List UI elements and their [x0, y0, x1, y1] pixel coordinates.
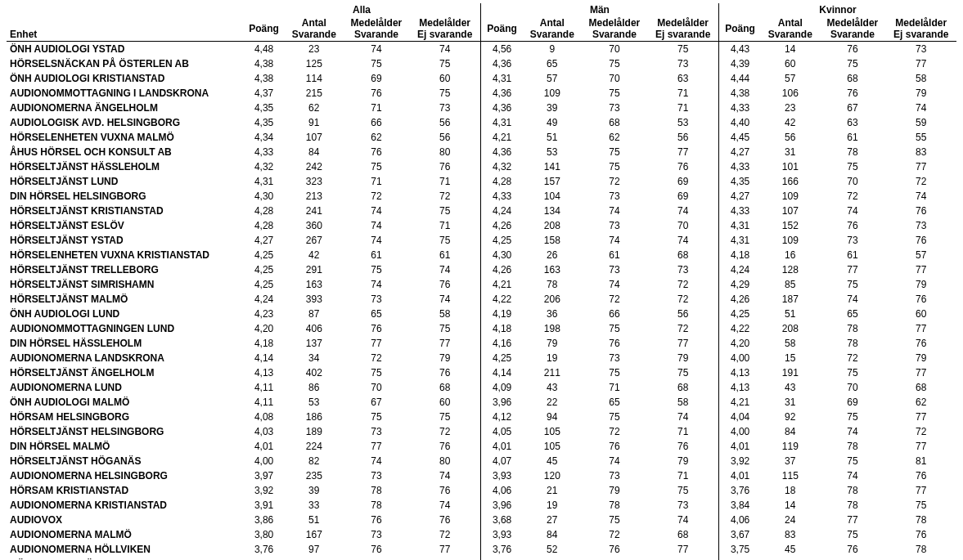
cell: 58 [409, 307, 480, 321]
table-row: AUDIONOMERNA HELSINGBORG3,9723573743,931… [7, 468, 956, 483]
cell: 4,40 [718, 115, 761, 130]
cell: 74 [409, 468, 480, 483]
cell: 76 [647, 439, 718, 454]
cell: 152 [761, 218, 819, 233]
cell: 74 [581, 233, 647, 248]
cell: 3,67 [718, 527, 761, 542]
cell: 360 [285, 218, 343, 233]
table-row: ÅHUS HÖRSEL OCH KONSULT AB4,338476804,36… [7, 145, 956, 159]
header-blank [7, 3, 243, 16]
cell: 163 [523, 262, 581, 277]
cell: 4,20 [243, 321, 285, 336]
cell: 187 [761, 292, 819, 307]
cell: 45 [761, 542, 819, 557]
cell: 4,26 [480, 262, 523, 277]
cell: 76 [819, 542, 885, 557]
cell: 4,31 [243, 174, 285, 189]
cell: 77 [409, 542, 480, 557]
cell: 4,43 [718, 42, 761, 57]
table-row: HÖRSELTJÄNST HÄSSLEHOLM4,3224275764,3214… [7, 159, 956, 174]
cell: 4,01 [718, 439, 761, 454]
cell: 120 [523, 468, 581, 483]
cell: 76 [409, 277, 480, 292]
header-medel-ej: MedelålderEj svarande [647, 16, 718, 42]
cell: 75 [819, 365, 885, 380]
cell: 84 [523, 527, 581, 542]
cell: 4,25 [718, 307, 761, 321]
cell: 61 [819, 248, 885, 262]
header-medel-ej: MedelålderEj svarande [885, 16, 956, 42]
cell: 208 [761, 321, 819, 336]
cell: 4,31 [480, 71, 523, 86]
cell: 74 [581, 454, 647, 468]
table-row: AUDIONOMERNA KRISTIANSTAD3,913378743,961… [7, 498, 956, 513]
table-row: HÖRSELTJÄNST YSTAD4,2726774754,251587474… [7, 233, 956, 248]
cell: 9 [523, 42, 581, 57]
cell: 72 [647, 277, 718, 292]
cell: 75 [409, 233, 480, 248]
cell: 33 [285, 498, 343, 513]
cell: 51 [523, 130, 581, 145]
cell: 4,14 [480, 365, 523, 380]
unit-name: AUDIONOMERNA ÄNGELHOLM [7, 101, 243, 115]
cell: 63 [819, 115, 885, 130]
cell: 74 [819, 468, 885, 483]
table-row: HÖRSELTJÄNST ESLÖV4,2836074714,262087370… [7, 218, 956, 233]
cell: 109 [523, 86, 581, 101]
cell: 79 [885, 86, 956, 101]
cell: 4,03 [243, 424, 285, 439]
cell: 79 [885, 277, 956, 292]
unit-name: HÖRSAM HELSINGBORG [7, 410, 243, 424]
cell: 75 [581, 56, 647, 71]
cell: 65 [523, 56, 581, 71]
cell: 109 [761, 233, 819, 248]
table-row: ÖNH AUDIOLOGI MALMÖ4,115367603,962265584… [7, 395, 956, 410]
cell: 76 [409, 513, 480, 527]
table-row: HÖRSELENHETEN VUXNA MALMÖ4,3410762564,21… [7, 130, 956, 145]
cell: 4,25 [243, 262, 285, 277]
cell: 4,29 [718, 277, 761, 292]
cell: 60 [409, 71, 480, 86]
table-row: HÖRSELTJÄNST KRISTIANSTAD4,2824174754,24… [7, 204, 956, 218]
table-row: ÖNH AUDIOLOGI LUND4,238765584,193666564,… [7, 307, 956, 321]
cell: 78 [819, 498, 885, 513]
cell: 80 [819, 557, 885, 560]
cell: 3,76 [718, 483, 761, 498]
cell: 4,27 [718, 145, 761, 159]
cell: 14 [761, 42, 819, 57]
cell: 68 [409, 380, 480, 395]
cell: 21 [523, 483, 581, 498]
cell: 75 [343, 262, 409, 277]
cell: 52 [523, 542, 581, 557]
cell: 4,07 [480, 454, 523, 468]
cell: 3,93 [480, 527, 523, 542]
cell: 72 [647, 292, 718, 307]
group-man: Män [480, 3, 718, 16]
cell: 75 [819, 410, 885, 424]
cell: 4,00 [718, 424, 761, 439]
cell: 73 [885, 42, 956, 57]
cell: 4,31 [718, 218, 761, 233]
cell: 3,84 [718, 498, 761, 513]
cell: 74 [885, 189, 956, 204]
cell: 76 [819, 42, 885, 57]
cell: 4,01 [243, 439, 285, 454]
cell: 62 [885, 395, 956, 410]
cell: 82 [285, 454, 343, 468]
cell: 4,36 [480, 145, 523, 159]
cell: 4,33 [718, 101, 761, 115]
cell: 4,35 [243, 101, 285, 115]
cell: 68 [647, 248, 718, 262]
cell: 84 [285, 145, 343, 159]
cell: 76 [819, 218, 885, 233]
cell: 74 [343, 218, 409, 233]
cell: 58 [885, 71, 956, 86]
cell: 4,22 [718, 321, 761, 336]
cell: 4,25 [243, 248, 285, 262]
cell: 76 [819, 86, 885, 101]
cell: 72 [819, 189, 885, 204]
cell: 61 [343, 248, 409, 262]
cell: 73 [581, 101, 647, 115]
cell: 37 [761, 454, 819, 468]
cell: 4,37 [243, 86, 285, 101]
